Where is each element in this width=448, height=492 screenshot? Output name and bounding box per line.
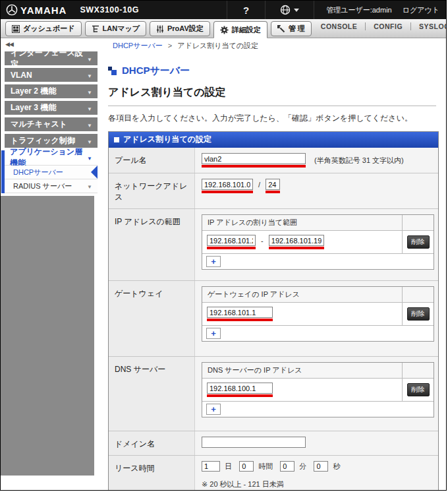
tab-lan-map[interactable]: LANマップ	[85, 21, 146, 36]
gateway-ip-input[interactable]	[207, 307, 273, 318]
form-row-gateway: ゲートウェイ ゲートウェイの IP アドレス	[109, 280, 438, 356]
box-header-action-cell	[402, 215, 434, 230]
range-end-input[interactable]	[269, 235, 324, 246]
globe-icon	[280, 5, 291, 15]
delete-range-button[interactable]: 削除	[407, 235, 430, 249]
field-label: ゲートウェイ	[109, 281, 194, 356]
section-squares-icon	[108, 67, 117, 75]
add-row-area: +	[202, 402, 434, 417]
top-header-right: ? 管理ユーザー:admin ログアウト	[220, 1, 439, 19]
field-label: DNS サーバー	[109, 357, 194, 431]
form-row-dns-server: DNS サーバー DNS サーバーの IP アドレス	[109, 356, 438, 431]
sidebar-item-vlan[interactable]: VLAN	[5, 68, 98, 82]
input-wrap	[239, 461, 254, 472]
box-header-label: DNS サーバーの IP アドレス	[202, 363, 402, 378]
chevron-down-icon	[87, 182, 92, 190]
dns-inputs	[202, 379, 402, 401]
network-address-input[interactable]	[202, 179, 253, 190]
sidebar-item-layer3[interactable]: Layer 3 機能	[5, 101, 98, 115]
field-value-cell: 日 時間 分 秒 ※ 20 秒以上 - 121 日未満	[194, 456, 438, 491]
chevron-down-icon	[87, 120, 92, 129]
add-row-area: +	[202, 254, 434, 269]
dns-row: 削除	[202, 379, 434, 402]
help-button[interactable]: ?	[234, 5, 258, 16]
config-link[interactable]: CONFIG	[366, 22, 410, 30]
chevron-down-icon	[87, 71, 92, 80]
tab-proav-settings[interactable]: ProAV設定	[150, 21, 210, 36]
chevron-down-icon	[87, 54, 92, 63]
ip-range-box-header: IP アドレスの割り当て範囲	[202, 215, 434, 231]
add-range-button[interactable]: +	[206, 256, 221, 267]
add-dns-button[interactable]: +	[206, 404, 221, 415]
sidebar-collapse-icon[interactable]: ◀◀	[5, 41, 13, 47]
tab-management[interactable]: 管 理	[271, 21, 312, 36]
content-area: ◀◀ DHCPサーバー > アドレス割り当ての設定 インターフェース設定 VLA…	[1, 38, 446, 491]
red-underline-annotation	[207, 235, 256, 249]
prefix-length-input[interactable]	[266, 179, 280, 190]
language-selector[interactable]	[272, 5, 307, 15]
divider	[227, 1, 227, 19]
box-header-action-cell	[402, 287, 434, 302]
dashboard-icon	[12, 25, 20, 33]
lease-days-input[interactable]	[202, 461, 220, 472]
tab-label: LANマップ	[103, 24, 140, 34]
tab-dashboard[interactable]: ダッシュボード	[5, 21, 82, 36]
input-wrap	[314, 461, 328, 472]
console-link[interactable]: CONSOLE	[313, 22, 365, 30]
delete-dns-button[interactable]: 削除	[407, 383, 430, 396]
red-underline-annotation	[266, 179, 280, 193]
form-row-pool-name: プール名 (半角英数記号 31 文字以内)	[109, 148, 438, 173]
red-underline-annotation	[202, 179, 253, 193]
field-label: ネットワークアドレス	[109, 173, 194, 208]
lan-map-icon	[92, 25, 99, 33]
dns-ip-input[interactable]	[207, 383, 273, 394]
form-row-lease-time: リース時間 日 時間 分 秒 ※ 20 秒以上 - 121 日未満	[109, 455, 438, 491]
lease-hours-input[interactable]	[239, 461, 254, 472]
sidebar-item-radius-server[interactable]: RADIUS サーバー	[5, 179, 98, 193]
pool-name-input[interactable]	[202, 153, 306, 164]
domain-name-input[interactable]	[202, 437, 306, 448]
tab-detailed-settings[interactable]: 詳細設定	[213, 21, 267, 38]
lease-seconds-input[interactable]	[314, 461, 328, 472]
breadcrumb-parent-link[interactable]: DHCPサーバー	[113, 42, 163, 49]
range-start-input[interactable]	[207, 235, 256, 246]
gear-icon	[220, 26, 229, 34]
sliders-icon	[156, 25, 164, 33]
box-header-label: IP アドレスの割り当て範囲	[202, 215, 402, 230]
panel-header: アドレス割り当ての設定	[109, 132, 438, 148]
gateway-inputs	[202, 303, 402, 325]
sidebar-item-layer2[interactable]: Layer 2 機能	[5, 84, 98, 98]
sidebar-item-interface-settings[interactable]: インターフェース設定	[5, 51, 98, 65]
wrench-icon	[277, 25, 285, 33]
breadcrumb-separator: >	[168, 42, 172, 49]
divider	[265, 1, 266, 19]
sidebar-item-multicast[interactable]: マルチキャスト	[5, 117, 98, 131]
sidebar-item-application-layer[interactable]: アプリケーション層機能	[5, 150, 98, 166]
brand-name: YAMAHA	[20, 5, 67, 16]
sidebar-item-traffic-control[interactable]: トラフィック制御	[5, 134, 98, 148]
syslog-link[interactable]: SYSLOG	[411, 22, 447, 30]
logout-button[interactable]: ログアウト	[403, 5, 439, 15]
chevron-down-icon	[294, 9, 299, 12]
form-row-network-address: ネットワークアドレス /	[109, 173, 438, 208]
quick-links: CONSOLE CONFIG SYSLOG TECHINFO	[313, 19, 447, 38]
breadcrumb-current: アドレス割り当ての設定	[177, 42, 258, 49]
add-gateway-button[interactable]: +	[206, 328, 221, 339]
unit-minute: 分	[299, 462, 306, 472]
device-model: SWX3100-10G	[80, 5, 139, 15]
delete-gateway-button[interactable]: 削除	[407, 307, 430, 321]
field-label: IP アドレスの範囲	[109, 209, 194, 280]
delete-cell: 削除	[402, 231, 434, 253]
ip-range-inputs: -	[202, 231, 402, 253]
input-wrap	[202, 437, 306, 448]
lease-time-note: ※ 20 秒以上 - 121 日未満	[202, 479, 433, 489]
lease-minutes-input[interactable]	[280, 461, 294, 472]
dns-box: DNS サーバーの IP アドレス 削除	[202, 362, 434, 417]
field-value-cell: IP アドレスの割り当て範囲 - 削除	[194, 209, 439, 280]
dns-box-header: DNS サーバーの IP アドレス	[202, 363, 434, 379]
sidebar-item-dhcp-server[interactable]: DHCPサーバー	[5, 166, 98, 179]
tab-label: ダッシュボード	[23, 24, 75, 34]
main-tab-bar: ダッシュボード LANマップ ProAV設定	[1, 19, 446, 38]
top-header-bar: YAMAHA SWX3100-10G ? 管理ユーザー:admin ログアウト	[1, 1, 446, 19]
pool-name-hint: (半角英数記号 31 文字以内)	[314, 156, 404, 164]
